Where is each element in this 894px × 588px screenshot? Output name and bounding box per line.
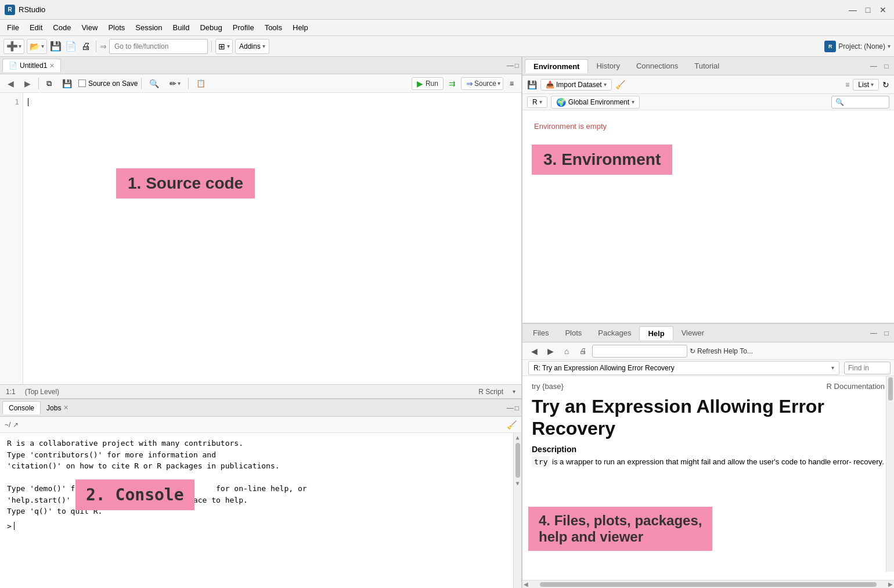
hscroll-right-arrow[interactable]: ▶ — [888, 581, 893, 587]
save-button[interactable]: 💾 — [49, 40, 62, 53]
tab-connections[interactable]: Connections — [628, 59, 686, 73]
import-label: Import Dataset — [556, 81, 602, 89]
menu-file[interactable]: File — [2, 21, 24, 34]
help-back-button[interactable]: ◀ — [527, 344, 541, 358]
menu-code[interactable]: Code — [48, 21, 75, 34]
tab-plots[interactable]: Plots — [557, 326, 590, 340]
run-button[interactable]: ▶ Run — [412, 77, 444, 90]
jobs-tab-close[interactable]: ✕ — [63, 404, 69, 412]
maximize-env-icon[interactable]: □ — [881, 61, 892, 71]
title-bar-left: R RStudio — [5, 5, 45, 15]
goto-file-input[interactable] — [109, 39, 208, 54]
list-button[interactable]: List ▾ — [853, 79, 879, 91]
hscroll-thumb[interactable] — [540, 582, 877, 587]
r-label: R — [532, 98, 538, 106]
editor-content[interactable]: 1 1. Source code — [0, 93, 521, 384]
minimize-button[interactable]: — — [846, 3, 859, 16]
layout-dropdown-icon: ▾ — [227, 43, 230, 49]
maximize-button[interactable]: □ — [861, 3, 874, 16]
global-env-dropdown[interactable]: 🌍 Global Environment ▾ — [551, 96, 640, 109]
maximize-help-icon[interactable]: □ — [881, 328, 892, 338]
menu-help[interactable]: Help — [288, 21, 313, 34]
console-scrollbar[interactable]: ▲ ▼ — [513, 433, 521, 588]
scroll-thumb[interactable] — [516, 443, 520, 478]
save-editor-button[interactable]: 💾 — [58, 77, 76, 90]
help-scrollbar[interactable] — [886, 376, 894, 572]
find-in-help-input[interactable] — [844, 362, 891, 374]
tab-history[interactable]: History — [588, 59, 628, 73]
refresh-env-icon[interactable]: ↻ — [882, 80, 889, 89]
project-dropdown-icon: ▾ — [888, 43, 891, 49]
help-refresh-button[interactable]: ↻ Refresh Help To... — [690, 347, 753, 355]
tab-console[interactable]: Console — [2, 401, 41, 414]
run-label: Run — [426, 80, 438, 88]
help-home-button[interactable]: ⌂ — [560, 344, 574, 358]
close-button[interactable]: ✕ — [877, 3, 889, 16]
tab-packages[interactable]: Packages — [590, 326, 639, 340]
find-button[interactable]: 🔍 — [145, 77, 163, 90]
print-button[interactable]: 🖨 — [80, 40, 92, 53]
menu-debug[interactable]: Debug — [195, 21, 226, 34]
menu-tools[interactable]: Tools — [260, 21, 287, 34]
help-search-input[interactable] — [592, 345, 687, 358]
editor-tab-untitled1[interactable]: 📄 Untitled1 ✕ — [2, 59, 61, 72]
help-forward-button[interactable]: ▶ — [543, 344, 557, 358]
help-topic-dropdown[interactable]: R: Try an Expression Allowing Error Reco… — [528, 361, 839, 375]
help-scroll-thumb[interactable] — [888, 377, 893, 401]
scroll-up-arrow[interactable]: ▲ — [516, 434, 519, 441]
console-content[interactable]: R is a collaborative project with many c… — [0, 433, 521, 588]
help-topic-bar: R: Try an Expression Allowing Error Reco… — [522, 360, 894, 376]
compile-button[interactable]: 📋 — [192, 77, 210, 89]
menu-session[interactable]: Session — [131, 21, 167, 34]
back-button[interactable]: ◀ — [3, 77, 18, 90]
tab-environment[interactable]: Environment — [525, 59, 588, 73]
save-history-icon[interactable]: 💾 — [527, 80, 537, 89]
magic-wand-button[interactable]: ✏ ▾ — [165, 77, 185, 90]
editor-code-area[interactable] — [23, 93, 521, 384]
addins-button[interactable]: Addins ▾ — [235, 39, 269, 54]
print-help-button[interactable]: 🖨 — [576, 344, 590, 358]
console-panel: Console Jobs ✕ ― □ ~/ ↗ 🧹 — [0, 399, 521, 588]
toolbar-separator-1 — [96, 41, 96, 52]
env-search-input[interactable] — [831, 96, 889, 109]
source-button[interactable]: ⇒ Source ▾ — [461, 77, 503, 90]
import-dropdown-icon: ▾ — [604, 81, 607, 88]
tab-viewer[interactable]: Viewer — [673, 326, 713, 340]
title-bar-title: RStudio — [19, 5, 45, 14]
broom-icon[interactable]: 🧹 — [615, 80, 625, 89]
menu-view[interactable]: View — [77, 21, 102, 34]
menu-profile[interactable]: Profile — [228, 21, 259, 34]
clear-console-icon[interactable]: 🧹 — [507, 420, 517, 430]
text-cursor — [28, 98, 28, 106]
import-dataset-button[interactable]: 📥 Import Dataset ▾ — [540, 79, 612, 91]
layout-button[interactable]: ⊞ ▾ — [215, 39, 233, 54]
minimize-env-icon[interactable]: ― — [868, 61, 879, 71]
minimize-help-icon[interactable]: ― — [868, 328, 879, 338]
maximize-editor-icon[interactable]: □ — [515, 62, 519, 70]
show-in-new-window-button[interactable]: ⧉ — [42, 77, 56, 90]
tab-help[interactable]: Help — [639, 326, 673, 340]
minimize-console-icon[interactable]: ― — [507, 404, 514, 412]
tab-jobs[interactable]: Jobs ✕ — [41, 402, 74, 414]
editor-menu-button[interactable]: ≡ — [506, 78, 518, 89]
re-run-button[interactable]: ⇉ — [446, 77, 459, 90]
editor-tab-close[interactable]: ✕ — [49, 62, 55, 70]
open-file-button[interactable]: 📂 ▾ — [27, 39, 47, 54]
tab-tutorial[interactable]: Tutorial — [686, 59, 727, 73]
r-dropdown[interactable]: R ▾ — [527, 96, 547, 108]
menu-build[interactable]: Build — [168, 21, 194, 34]
hscroll-left-arrow[interactable]: ◀ — [524, 581, 528, 587]
forward-button[interactable]: ▶ — [20, 77, 35, 90]
save-all-button[interactable]: 📄 — [64, 40, 77, 53]
minimize-editor-icon[interactable]: ― — [507, 62, 514, 70]
menu-edit[interactable]: Edit — [25, 21, 47, 34]
source-on-save-checkbox[interactable]: Source on Save — [78, 80, 138, 88]
new-file-button[interactable]: ➕ ▾ — [3, 39, 24, 54]
source-arrow-icon: ⇒ — [466, 79, 473, 88]
print-icon: 🖨 — [81, 41, 91, 52]
maximize-console-icon[interactable]: □ — [515, 404, 519, 412]
tab-files[interactable]: Files — [525, 326, 557, 340]
menu-plots[interactable]: Plots — [103, 21, 129, 34]
help-hscrollbar[interactable]: ◀ ▶ — [522, 580, 894, 588]
scroll-down-arrow[interactable]: ▼ — [516, 480, 519, 486]
